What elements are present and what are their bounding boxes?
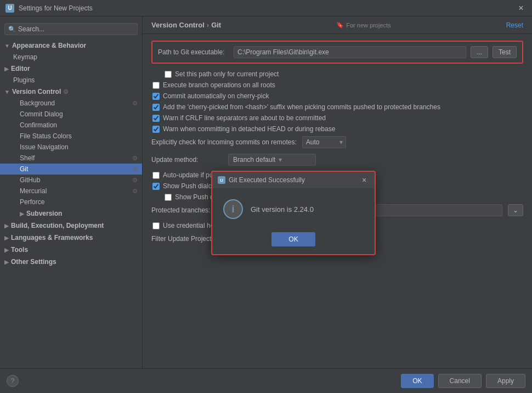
breadcrumb-current: Git [211, 21, 221, 29]
modal-footer: OK [212, 228, 375, 254]
protected-branches-expand-btn[interactable]: ⌄ [508, 204, 523, 216]
sidebar-item-languages[interactable]: ▶ Languages & Frameworks [0, 232, 142, 244]
warn-detached-row: Warn when committing in detached HEAD or… [151, 125, 523, 133]
sidebar-item-commit-dialog[interactable]: Commit Dialog [0, 109, 142, 120]
add-suffix-checkbox[interactable] [152, 104, 160, 111]
sidebar-item-perforce[interactable]: Perforce [0, 196, 142, 207]
show-push-checkbox[interactable] [152, 183, 160, 190]
credential-checkbox[interactable] [152, 222, 160, 229]
for-new-projects-text: For new projects [346, 22, 390, 29]
sidebar-label-background: Background [20, 99, 55, 107]
commit-cherry-label[interactable]: Commit automatically on cherry-pick [163, 92, 269, 100]
sidebar-item-keymap[interactable]: Keymap [0, 52, 142, 63]
incoming-commits-select[interactable]: Auto Always Never [302, 136, 346, 148]
update-method-label: Update method: [151, 156, 223, 164]
sidebar-item-build[interactable]: ▶ Build, Execution, Deployment [0, 220, 142, 232]
set-path-only-label[interactable]: Set this path only for current project [175, 70, 279, 78]
sidebar-item-editor[interactable]: ▶ Editor [0, 63, 142, 75]
ok-button[interactable]: OK [401, 374, 433, 388]
sidebar-item-subversion[interactable]: ▶ Subversion [0, 207, 142, 220]
modal-app-icon: U [218, 176, 225, 184]
expand-arrow-vc: ▼ [4, 89, 10, 95]
expand-arrow-other: ▶ [4, 259, 9, 265]
sidebar-item-other-settings[interactable]: ▶ Other Settings [0, 256, 142, 268]
bottom-bar: ? OK Cancel Apply [0, 368, 532, 393]
apply-button[interactable]: Apply [486, 374, 525, 388]
modal-body: i Git version is 2.24.0 [212, 188, 375, 228]
mercurial-settings-icon: ⚙ [132, 188, 138, 195]
modal-ok-button[interactable]: OK [271, 232, 315, 246]
sidebar-item-tools[interactable]: ▶ Tools [0, 244, 142, 256]
sidebar-label-git: Git [20, 165, 28, 173]
commit-cherry-checkbox[interactable] [152, 93, 160, 100]
exec-branch-label[interactable]: Execute branch operations on all roots [163, 81, 275, 89]
update-method-dropdown[interactable]: Branch default ▾ [228, 154, 316, 166]
sidebar-item-plugins[interactable]: Plugins [0, 75, 142, 86]
incoming-commits-label: Explicitly check for incoming commits on… [151, 138, 297, 146]
expand-arrow-languages: ▶ [4, 235, 9, 241]
update-method-row: Update method: Branch default ▾ [151, 154, 523, 166]
warn-detached-checkbox[interactable] [152, 126, 160, 133]
sidebar-label-github: GitHub [20, 176, 40, 184]
sidebar-item-github[interactable]: GitHub ⚙ [0, 175, 142, 186]
title-bar-left: U Settings for New Projects [5, 4, 93, 13]
shelf-settings-icon: ⚙ [132, 155, 138, 162]
git-success-dialog: U Git Executed Successfully × i Git vers… [211, 171, 376, 255]
git-path-input[interactable] [234, 46, 466, 58]
modal-message: Git version is 2.24.0 [251, 205, 314, 214]
sidebar-label-tools: Tools [11, 246, 28, 254]
sidebar-item-version-control[interactable]: ▼ Version Control ⚙ [0, 86, 142, 98]
set-path-only-checkbox[interactable] [165, 71, 172, 78]
content-header: Version Control › Git 🔖 For new projects… [143, 16, 532, 34]
background-settings-icon: ⚙ [132, 100, 138, 107]
sidebar-label-version-control: Version Control [12, 88, 61, 96]
update-method-value: Branch default [233, 156, 275, 164]
sidebar-item-appearance-behavior[interactable]: ▼ Appearance & Behavior [0, 40, 142, 52]
modal-title-left: U Git Executed Successfully [218, 176, 305, 184]
auto-update-checkbox[interactable] [152, 172, 160, 179]
help-button[interactable]: ? [7, 375, 19, 387]
expand-arrow-build: ▶ [4, 223, 9, 229]
browse-button[interactable]: ... [471, 46, 488, 58]
sidebar-label-editor: Editor [11, 65, 30, 72]
expand-arrow-subversion: ▶ [20, 211, 24, 217]
set-path-only-row: Set this path only for current project [151, 70, 523, 78]
cancel-button[interactable]: Cancel [438, 374, 482, 388]
sidebar-item-confirmation[interactable]: Confirmation [0, 120, 142, 131]
search-input[interactable] [18, 25, 134, 33]
sidebar-item-shelf[interactable]: Shelf ⚙ [0, 153, 142, 164]
sidebar-label-plugins: Plugins [13, 76, 35, 84]
sidebar-item-file-status-colors[interactable]: File Status Colors [0, 131, 142, 142]
warn-crlf-checkbox[interactable] [152, 115, 160, 122]
info-icon: i [223, 199, 243, 219]
add-suffix-label[interactable]: Add the 'cherry-picked from <hash>' suff… [163, 103, 440, 111]
sidebar-item-issue-navigation[interactable]: Issue Navigation [0, 142, 142, 153]
incoming-commits-wrapper: Auto Always Never [302, 136, 346, 148]
sidebar: 🔍 ▼ Appearance & Behavior Keymap ▶ Edito… [0, 16, 143, 368]
github-settings-icon: ⚙ [132, 177, 138, 184]
breadcrumb-parent: Version Control [151, 21, 205, 29]
exec-branch-checkbox[interactable] [152, 82, 160, 89]
reset-button[interactable]: Reset [506, 21, 523, 29]
sidebar-item-git[interactable]: Git ⚙ [0, 164, 142, 175]
path-label: Path to Git executable: [158, 48, 229, 56]
breadcrumb-separator: › [207, 21, 209, 29]
search-icon: 🔍 [8, 26, 16, 33]
show-push-only-checkbox[interactable] [165, 194, 172, 201]
test-button[interactable]: Test [493, 46, 517, 58]
close-button[interactable]: × [516, 3, 527, 14]
bottom-left: ? [7, 375, 19, 387]
sidebar-label-languages: Languages & Frameworks [11, 234, 93, 242]
sidebar-label-build: Build, Execution, Deployment [11, 222, 104, 229]
warn-crlf-row: Warn if CRLF line separators are about t… [151, 114, 523, 122]
warn-detached-label[interactable]: Warn when committing in detached HEAD or… [163, 125, 335, 133]
sidebar-item-background[interactable]: Background ⚙ [0, 98, 142, 109]
sidebar-label-other-settings: Other Settings [11, 258, 56, 266]
expand-arrow-appearance: ▼ [4, 43, 10, 49]
sidebar-item-mercurial[interactable]: Mercurial ⚙ [0, 186, 142, 196]
search-box[interactable]: 🔍 [4, 23, 138, 35]
expand-arrow-editor: ▶ [4, 66, 9, 72]
sidebar-label-subversion: Subversion [26, 210, 62, 217]
warn-crlf-label[interactable]: Warn if CRLF line separators are about t… [163, 114, 326, 122]
modal-close-button[interactable]: × [359, 175, 369, 185]
